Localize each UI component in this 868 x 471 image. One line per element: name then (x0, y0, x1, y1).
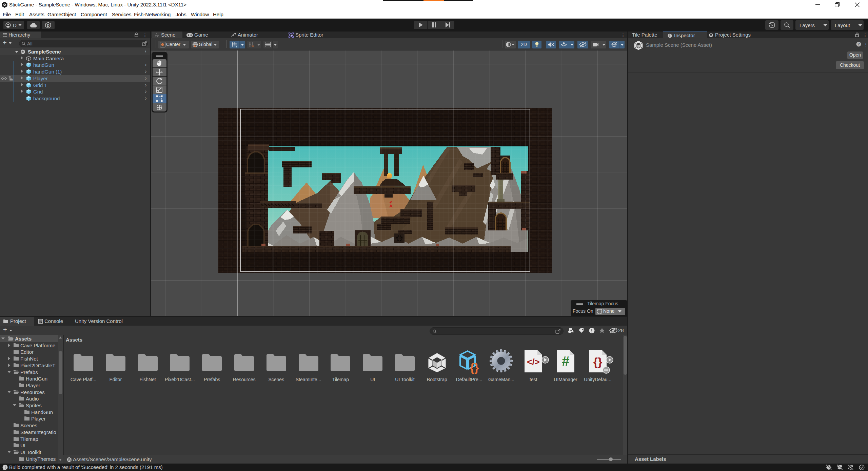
svg-text:{}: {} (470, 361, 478, 374)
svg-text:D: D (47, 24, 49, 27)
svg-text:Y: Y (236, 45, 237, 48)
svg-text:?: ? (857, 42, 860, 46)
svg-text:#: # (562, 354, 569, 369)
svg-text:</>: </> (527, 357, 540, 367)
svg-text:{}: {} (593, 355, 602, 368)
